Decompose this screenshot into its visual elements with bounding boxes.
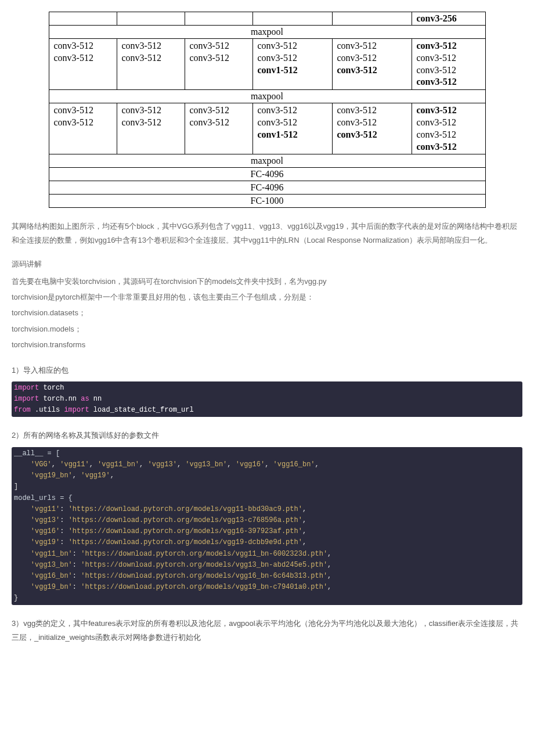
heading-vgg-class: 3）vgg类的定义，其中features表示对应的所有卷积以及池化层，avgpo… [12, 617, 522, 644]
conv-cell: conv3-512conv3-512conv1-512 [252, 103, 332, 154]
conv-cell: conv3-512conv3-512 [117, 103, 185, 154]
conv-cell: conv3-512conv3-512 [185, 103, 252, 154]
conv-cell: conv3-512conv3-512 [185, 39, 252, 90]
paragraph-install: 首先要在电脑中安装torchvision，其源码可在torchvision下的m… [12, 275, 522, 288]
conv-cell: conv3-512conv3-512 [49, 103, 117, 154]
keyword-import: import [14, 384, 39, 392]
heading-imports: 1）导入相应的包 [12, 363, 522, 377]
fc-1000-row: FC-1000 [49, 195, 485, 208]
vgg-architecture-table: conv3-256 maxpool conv3-512conv3-512conv… [49, 12, 486, 208]
keyword-from: from [14, 406, 31, 414]
paragraph-datasets: torchvision.datasets； [12, 306, 522, 319]
code-block-imports: import torchimport torch.nn as nnfrom .u… [12, 381, 522, 417]
maxpool-row: maxpool [49, 90, 485, 103]
keyword-import: import [14, 395, 39, 403]
fc-4096-row: FC-4096 [49, 168, 485, 181]
heading-networks: 2）所有的网络名称及其预训练好的参数文件 [12, 429, 522, 442]
fc-4096-row: FC-4096 [49, 181, 485, 195]
keyword-import: import [64, 406, 89, 414]
conv-cell: conv3-512conv3-512conv1-512 [252, 39, 332, 90]
vgg-table-container: conv3-256 maxpool conv3-512conv3-512conv… [12, 12, 522, 208]
maxpool-row: maxpool [49, 154, 485, 168]
keyword-as: as [81, 395, 89, 403]
paragraph-transforms: torchvision.transforms [12, 338, 522, 351]
conv-cell: conv3-512conv3-512 [117, 39, 185, 90]
conv-cell: conv3-512conv3-512conv3-512conv3-512 [412, 103, 485, 154]
code-block-definitions: __all__ = [ 'VGG', 'vgg11', 'vgg11_bn', … [12, 447, 522, 606]
conv-cell: conv3-512conv3-512conv3-512conv3-512 [412, 39, 485, 90]
section-heading-source: 源码讲解 [12, 257, 522, 271]
conv-cell: conv3-512conv3-512 [49, 39, 117, 90]
paragraph-models: torchvision.models； [12, 322, 522, 336]
conv-cell: conv3-512conv3-512conv3-512 [332, 103, 412, 154]
paragraph-intro: 其网络结构图如上图所示，均还有5个block，其中VGG系列包含了vgg11、v… [12, 219, 522, 247]
conv-cell: conv3-512conv3-512conv3-512 [332, 39, 412, 90]
cell-conv3-256: conv3-256 [412, 12, 485, 26]
maxpool-row: maxpool [49, 26, 485, 39]
paragraph-torchvision: torchvision是pytorch框架中一个非常重要且好用的包，该包主要由三… [12, 290, 522, 304]
